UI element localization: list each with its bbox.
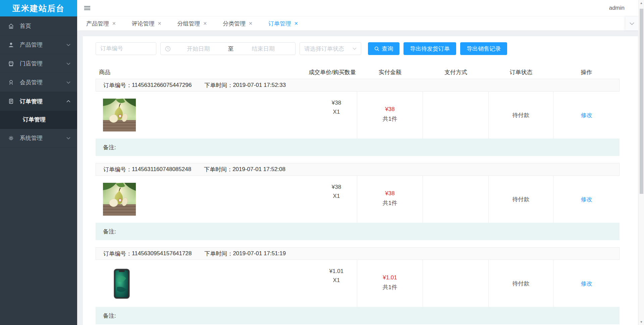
col-actions: 操作	[553, 68, 620, 76]
pay-method-cell	[423, 176, 489, 223]
paid-count: 共1件	[383, 198, 397, 208]
unit-price-quantity: ¥1.01 X1	[318, 267, 355, 285]
order-no-input[interactable]	[96, 42, 156, 55]
col-paid-amount: 实付金额	[357, 68, 423, 76]
modify-link[interactable]: 修改	[581, 111, 592, 119]
order-header: 订单编号： 1145631266075447296 下单时间： 2019-07-…	[96, 79, 620, 92]
quantity: X1	[318, 276, 355, 285]
date-start-placeholder: 开始日期	[171, 45, 226, 53]
store-icon	[8, 61, 15, 67]
chevron-down-icon	[66, 81, 70, 84]
paid-amount-cell: ¥38 共1件	[357, 176, 423, 223]
clock-icon	[165, 46, 171, 52]
tab-orders[interactable]: 订单管理 ✕	[265, 16, 302, 31]
sidebar-item-label: 系统管理	[20, 134, 43, 142]
remark-label: 备注:	[103, 228, 116, 235]
close-icon[interactable]: ✕	[112, 21, 116, 26]
sidebar-item-members[interactable]: 会员管理	[0, 73, 77, 92]
pay-method-cell	[423, 260, 489, 307]
order-group: 订单编号： 1145630954157641728 下单时间： 2019-07-…	[96, 247, 620, 324]
order-status-cell: 待付款	[489, 92, 553, 139]
filter-row: 开始日期 至 结束日期 请选择订单状态 查询	[96, 42, 620, 55]
main-area: admin 产品管理 ✕ 评论管理 ✕ 分组管理 ✕ 分类管理 ✕ 订单管理 ✕	[77, 0, 644, 325]
order-no: 1145631266075447296	[132, 82, 192, 89]
date-separator: 至	[226, 45, 236, 53]
close-icon[interactable]: ✕	[249, 21, 253, 26]
chevron-down-icon	[66, 44, 70, 46]
sidebar-item-system[interactable]: 系统管理	[0, 129, 77, 148]
sidebar-menu: 首页 产品管理 门店管理	[0, 16, 77, 148]
scroll-up-icon[interactable]: ▲	[639, 0, 644, 6]
modify-link[interactable]: 修改	[581, 280, 592, 287]
tab-label: 订单管理	[268, 20, 291, 28]
tab-groups[interactable]: 分组管理 ✕	[174, 16, 210, 31]
close-icon[interactable]: ✕	[203, 21, 207, 26]
menu-toggle-icon[interactable]	[84, 5, 91, 11]
order-status-select[interactable]: 请选择订单状态	[300, 42, 361, 55]
sidebar-item-home[interactable]: 首页	[0, 17, 77, 36]
vertical-scrollbar[interactable]: ▲ ▼	[638, 0, 644, 325]
sidebar-item-orders[interactable]: 订单管理	[0, 92, 77, 111]
order-row: ¥1.01 X1 ¥1.01 共1件 待付款 修改	[96, 260, 620, 307]
scroll-down-icon[interactable]: ▼	[639, 319, 644, 325]
sidebar-item-products[interactable]: 产品管理	[0, 36, 77, 54]
status-placeholder: 请选择订单状态	[304, 45, 344, 53]
order-time-label: 下单时间：	[204, 166, 232, 173]
search-icon	[374, 46, 379, 51]
sidebar-subitem-label: 订单管理	[23, 116, 46, 123]
close-icon[interactable]: ✕	[158, 21, 162, 26]
sidebar-subitem-orders[interactable]: 订单管理	[0, 111, 77, 129]
user-menu[interactable]: admin	[609, 5, 625, 11]
date-range-picker[interactable]: 开始日期 至 结束日期	[160, 42, 296, 55]
actions-cell: 修改	[553, 260, 620, 307]
close-icon[interactable]: ✕	[294, 21, 298, 26]
export-sales-button[interactable]: 导出销售记录	[460, 42, 507, 55]
tab-label: 产品管理	[86, 20, 109, 28]
tab-categories[interactable]: 分类管理 ✕	[219, 16, 256, 31]
tab-products[interactable]: 产品管理 ✕	[83, 16, 119, 31]
order-status-cell: 待付款	[489, 260, 553, 307]
unit-price-quantity: ¥38 X1	[318, 182, 355, 201]
tab-comments[interactable]: 评论管理 ✕	[128, 16, 165, 31]
orders-panel: 开始日期 至 结束日期 请选择订单状态 查询	[83, 36, 638, 325]
remark-label: 备注:	[103, 144, 116, 151]
col-pay-method: 支付方式	[423, 68, 489, 76]
pear-product-photo	[103, 99, 136, 131]
status-badge: 待付款	[513, 196, 530, 203]
order-header: 订单编号： 1145630954157641728 下单时间： 2019-07-…	[96, 247, 620, 260]
order-row: ¥38 X1 ¥38 共1件 待付款 修改	[96, 92, 620, 139]
col-product: 商品	[99, 68, 110, 76]
actions-cell: 修改	[553, 176, 620, 223]
export-pending-button[interactable]: 导出待发货订单	[404, 42, 456, 55]
sidebar-item-stores[interactable]: 门店管理	[0, 54, 77, 73]
actions-cell: 修改	[553, 92, 620, 139]
topbar: admin	[77, 0, 644, 16]
order-time: 2019-07-01 17:52:08	[232, 166, 285, 173]
search-button[interactable]: 查询	[368, 42, 399, 55]
sidebar-item-label: 首页	[20, 22, 31, 30]
order-row: ¥38 X1 ¥38 共1件 待付款 修改	[96, 176, 620, 223]
order-no: 1145631160748085248	[132, 166, 191, 173]
paid-amount: ¥38	[385, 104, 394, 114]
chevron-down-icon	[66, 62, 70, 65]
col-order-status: 订单状态	[489, 68, 553, 76]
sidebar-item-label: 产品管理	[20, 41, 43, 49]
quantity: X1	[318, 107, 355, 116]
tab-overflow-button[interactable]	[626, 16, 638, 31]
scrollbar-thumb[interactable]	[640, 9, 643, 194]
modify-link[interactable]: 修改	[581, 196, 592, 203]
pear-product-photo	[103, 183, 136, 216]
order-remark: 备注:	[96, 139, 620, 156]
paid-amount: ¥1.01	[383, 273, 397, 282]
tab-bar: 产品管理 ✕ 评论管理 ✕ 分组管理 ✕ 分类管理 ✕ 订单管理 ✕	[77, 16, 644, 31]
product-cell: ¥38 X1	[96, 92, 357, 139]
gear-icon	[8, 135, 15, 141]
content-area: 开始日期 至 结束日期 请选择订单状态 查询	[77, 31, 644, 325]
order-no-label: 订单编号：	[103, 166, 132, 173]
order-time-label: 下单时间：	[204, 82, 233, 89]
home-icon	[8, 23, 15, 29]
product-cell: ¥38 X1	[96, 176, 357, 223]
order-no-label: 订单编号：	[103, 250, 132, 258]
chevron-down-icon	[353, 47, 357, 50]
sidebar: 亚米建站后台 首页 产品管理	[0, 0, 77, 325]
